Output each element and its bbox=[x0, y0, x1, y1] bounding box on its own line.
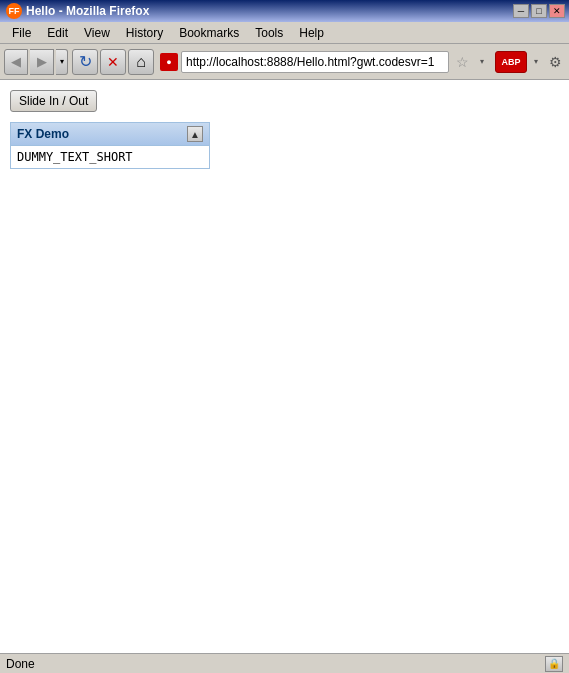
toolbar: ◀ ▶ ▾ ↻ ✕ ⌂ ● ☆ ▾ ABP ▾ ⚙ bbox=[0, 44, 569, 80]
fx-panel-body: DUMMY_TEXT_SHORT bbox=[11, 146, 209, 168]
close-button[interactable]: ✕ bbox=[549, 4, 565, 18]
gear-button[interactable]: ⚙ bbox=[545, 52, 565, 72]
url-dropdown-button[interactable]: ▾ bbox=[475, 52, 489, 72]
status-bar: Done 🔒 bbox=[0, 653, 569, 673]
menu-bookmarks[interactable]: Bookmarks bbox=[171, 24, 247, 42]
site-favicon: ● bbox=[160, 53, 178, 71]
stop-button[interactable]: ✕ bbox=[100, 49, 126, 75]
menu-history[interactable]: History bbox=[118, 24, 171, 42]
nav-dropdown-button[interactable]: ▾ bbox=[56, 49, 68, 75]
page-content: Slide In / Out FX Demo ▲ DUMMY_TEXT_SHOR… bbox=[0, 80, 569, 653]
bookmark-star-button[interactable]: ☆ bbox=[452, 52, 472, 72]
window-title: Hello - Mozilla Firefox bbox=[26, 4, 149, 18]
home-button[interactable]: ⌂ bbox=[128, 49, 154, 75]
fx-panel-header: FX Demo ▲ bbox=[11, 123, 209, 146]
fx-panel-scroll-button[interactable]: ▲ bbox=[187, 126, 203, 142]
menu-edit[interactable]: Edit bbox=[39, 24, 76, 42]
reload-button[interactable]: ↻ bbox=[72, 49, 98, 75]
url-bar-container: ● ☆ ▾ bbox=[160, 51, 489, 73]
status-text: Done bbox=[6, 657, 35, 671]
security-icon: 🔒 bbox=[545, 656, 563, 672]
fx-demo-panel: FX Demo ▲ DUMMY_TEXT_SHORT bbox=[10, 122, 210, 169]
url-input[interactable] bbox=[181, 51, 449, 73]
slide-button[interactable]: Slide In / Out bbox=[10, 90, 97, 112]
menu-tools[interactable]: Tools bbox=[247, 24, 291, 42]
fx-panel-title: FX Demo bbox=[17, 127, 69, 141]
menu-file[interactable]: File bbox=[4, 24, 39, 42]
title-bar: FF Hello - Mozilla Firefox ─ □ ✕ bbox=[0, 0, 569, 22]
title-bar-left: FF Hello - Mozilla Firefox bbox=[6, 3, 149, 19]
menu-bar: File Edit View History Bookmarks Tools H… bbox=[0, 22, 569, 44]
minimize-button[interactable]: ─ bbox=[513, 4, 529, 18]
window-controls: ─ □ ✕ bbox=[513, 4, 565, 18]
back-button[interactable]: ◀ bbox=[4, 49, 28, 75]
maximize-button[interactable]: □ bbox=[531, 4, 547, 18]
forward-button[interactable]: ▶ bbox=[30, 49, 54, 75]
fx-panel-text: DUMMY_TEXT_SHORT bbox=[17, 150, 133, 164]
adblock-button[interactable]: ABP bbox=[495, 51, 527, 73]
firefox-icon: FF bbox=[6, 3, 22, 19]
abp-dropdown-button[interactable]: ▾ bbox=[529, 52, 543, 72]
menu-help[interactable]: Help bbox=[291, 24, 332, 42]
menu-view[interactable]: View bbox=[76, 24, 118, 42]
